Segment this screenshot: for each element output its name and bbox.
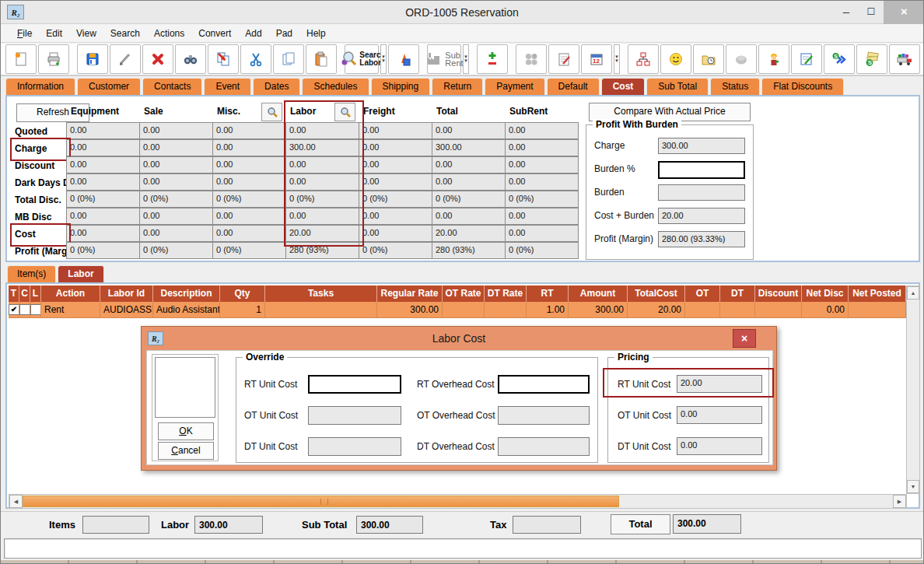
dialog-close-icon[interactable]: × (733, 329, 756, 348)
calendar-button[interactable]: 12 (581, 44, 612, 74)
grid-header-regular-rate[interactable]: Regular Rate (377, 286, 443, 302)
grid-cell-regular-rate[interactable]: 300.00 (377, 302, 443, 318)
calendar-dropdown[interactable]: ▼▼ (614, 44, 620, 74)
grid-header-tasks[interactable]: Tasks (265, 286, 377, 302)
tab-cost[interactable]: Cost (601, 78, 646, 96)
org-chart-button[interactable] (628, 44, 659, 74)
menu-item-actions[interactable]: Actions (147, 26, 191, 41)
tab-default[interactable]: Default (547, 78, 600, 96)
tab-payment[interactable]: Payment (485, 78, 544, 96)
menu-item-help[interactable]: Help (299, 26, 333, 41)
sub-rent-button[interactable]: Sub Rent (427, 44, 461, 74)
grid-cell-rt[interactable]: 1.00 (527, 302, 569, 318)
menu-item-file[interactable]: File (10, 26, 39, 41)
scroll-left-arrow-icon[interactable]: ◀ (9, 495, 23, 508)
column-magnifier-button-misc[interactable] (261, 103, 282, 121)
smiley-button[interactable] (660, 44, 691, 74)
shipping-truck-button[interactable] (889, 44, 920, 74)
override-field-rt-overhead-cost[interactable] (498, 375, 590, 394)
grid-header-qty[interactable]: Qty (220, 286, 265, 302)
tab-dates[interactable]: Dates (253, 78, 300, 96)
menu-item-pad[interactable]: Pad (269, 26, 299, 41)
money-notes-button[interactable]: S (856, 44, 887, 74)
close-button[interactable]: × (884, 1, 924, 24)
shapes-button[interactable] (388, 44, 419, 74)
grid-header-t[interactable]: T (9, 286, 19, 302)
grid-header-action[interactable]: Action (41, 286, 100, 302)
tab-information[interactable]: Information (5, 78, 75, 96)
vertical-scrollbar[interactable]: ▲ ▼ (906, 286, 920, 494)
notepad-button[interactable] (548, 44, 579, 74)
grid-header-l[interactable]: L (30, 286, 41, 302)
disabled-tool-button[interactable] (726, 44, 757, 74)
horizontal-scrollbar[interactable]: ◀ ▶ (9, 494, 907, 509)
grid-cell-dt[interactable] (720, 302, 755, 318)
grid-header-net-disc[interactable]: Net Disc (802, 286, 849, 302)
find-button[interactable] (175, 44, 206, 74)
menu-item-convert[interactable]: Convert (191, 26, 238, 41)
dialog-list-box[interactable] (155, 357, 215, 418)
tab-return[interactable]: Return (432, 78, 483, 96)
menu-item-add[interactable]: Add (238, 26, 268, 41)
add-remove-button[interactable] (477, 44, 508, 74)
grid-header-totalcost[interactable]: TotalCost (628, 286, 685, 302)
grid-cell-description[interactable]: Audio Assistant (153, 302, 220, 318)
grid-header-rt[interactable]: RT (527, 286, 569, 302)
edit-button[interactable] (110, 44, 141, 74)
grid-header-labor-id[interactable]: Labor Id (100, 286, 153, 302)
grid-cell-discount[interactable] (755, 302, 802, 318)
burden-field-burden[interactable] (658, 161, 745, 179)
scroll-up-arrow-icon[interactable]: ▲ (907, 286, 919, 300)
crew-button[interactable] (758, 44, 789, 74)
maximize-button[interactable]: ☐ (859, 1, 883, 24)
grid-cell-action[interactable]: Rent (41, 302, 100, 318)
grid-cell-labor-id[interactable]: AUDIOASSI... (100, 302, 153, 318)
tab-shipping[interactable]: Shipping (371, 78, 431, 96)
tab-status[interactable]: Status (710, 78, 760, 96)
scroll-down-arrow-icon[interactable]: ▼ (907, 480, 919, 493)
grid-header-amount[interactable]: Amount (569, 286, 628, 302)
sub-rent-dropdown[interactable]: ▼▼ (463, 44, 469, 74)
grid-header-ot[interactable]: OT (685, 286, 720, 302)
cancel-button[interactable]: Cancel (158, 442, 214, 460)
grid-header-c[interactable]: C (19, 286, 30, 302)
checkbox-t-checked[interactable]: ✔ (9, 304, 19, 315)
grid-cell-net-posted[interactable] (849, 302, 906, 318)
grid-cell-ot[interactable] (685, 302, 720, 318)
menu-item-edit[interactable]: Edit (39, 26, 69, 41)
menu-item-search[interactable]: Search (103, 26, 147, 41)
tab-event[interactable]: Event (204, 78, 251, 96)
checkbox-l-unchecked[interactable] (30, 304, 41, 315)
tab-customer[interactable]: Customer (77, 78, 141, 96)
money-transfer-button[interactable]: S (824, 44, 855, 74)
detail-tab-labor[interactable]: Labor (58, 265, 103, 282)
save-button[interactable] (77, 44, 108, 74)
grid-header-dt[interactable]: DT (720, 286, 755, 302)
grid-cell-totalcost[interactable]: 20.00 (628, 302, 685, 318)
group-query-button[interactable]: ? (516, 44, 547, 74)
menu-item-view[interactable]: View (69, 26, 103, 41)
grid-header-dt-rate[interactable]: DT Rate (485, 286, 527, 302)
folder-history-button[interactable] (693, 44, 724, 74)
grid-cell-tasks[interactable] (265, 302, 377, 318)
edit-note-button[interactable] (791, 44, 822, 74)
tab-sub-total[interactable]: Sub Total (646, 78, 709, 96)
tab-contacts[interactable]: Contacts (142, 78, 202, 96)
grid-header-net-posted[interactable]: Net Posted (849, 286, 906, 302)
scroll-right-arrow-icon[interactable]: ▶ (893, 495, 906, 508)
print-button[interactable] (38, 44, 69, 74)
copy-button[interactable] (273, 44, 304, 74)
column-magnifier-button-labor[interactable] (334, 103, 355, 121)
grid-cell-dt-rate[interactable] (485, 302, 527, 318)
search-labor-dropdown[interactable]: ▼▼ (380, 44, 387, 74)
minimize-button[interactable]: – (835, 1, 858, 24)
detail-tab-item-s[interactable]: Item(s) (7, 265, 56, 282)
horizontal-scroll-thumb[interactable] (23, 496, 619, 507)
grid-cell-amount[interactable]: 300.00 (569, 302, 628, 318)
ok-button[interactable]: OK (158, 422, 214, 440)
grid-cell-qty[interactable]: 1 (220, 302, 265, 318)
search-labor-button[interactable]: Search Labor (345, 44, 379, 74)
grid-header-discount[interactable]: Discount (755, 286, 802, 302)
override-field-rt-unit-cost[interactable] (308, 375, 401, 394)
grid-cell-net-disc[interactable]: 0.00 (802, 302, 849, 318)
